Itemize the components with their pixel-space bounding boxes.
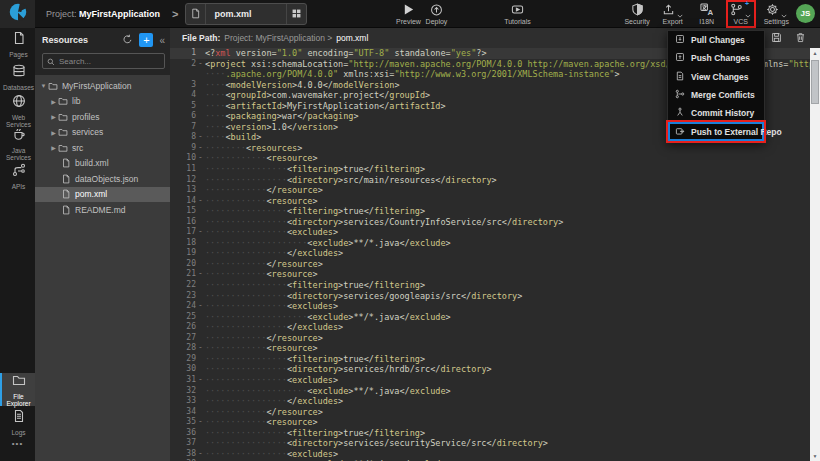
- code-line-20[interactable]: 20············</resource>: [170, 259, 810, 270]
- fold-marker-icon[interactable]: -: [196, 59, 205, 70]
- tree-item-build-xml[interactable]: build.xml: [35, 156, 170, 172]
- code-line-34[interactable]: 34············</resource>: [170, 407, 810, 418]
- code-line-21[interactable]: 21-············<resource>: [170, 269, 810, 280]
- code-line-26[interactable]: 26················</excludes>: [170, 322, 810, 333]
- gear-icon: [766, 3, 779, 16]
- code-line-13[interactable]: 13············</resource>: [170, 185, 810, 196]
- code-line-32[interactable]: 32····················<exclude>**/*.java…: [170, 386, 810, 397]
- code-line-15[interactable]: 15················<filtering>true</filte…: [170, 206, 810, 217]
- fold-marker-icon[interactable]: -: [196, 375, 205, 386]
- vcs-button[interactable]: +VCS: [728, 2, 754, 26]
- tree-item-readme-md[interactable]: README.md: [35, 202, 170, 218]
- menu-item-push-changes[interactable]: Push Changes: [668, 49, 764, 67]
- fold-marker-icon[interactable]: -: [196, 143, 205, 154]
- code-line-24[interactable]: 24-················<excludes>: [170, 301, 810, 312]
- arrow-down-icon[interactable]: ▼: [39, 83, 48, 89]
- chevron-down-icon: [677, 4, 683, 22]
- code-line-10[interactable]: 10-············<resource>: [170, 153, 810, 164]
- scroll-up-arrow[interactable]: ▲: [810, 48, 820, 58]
- tree-item-dataobjects-json[interactable]: dataObjects.json: [35, 171, 170, 187]
- user-avatar[interactable]: JS: [796, 4, 815, 23]
- code-line-9[interactable]: 9-········<resources>: [170, 143, 810, 154]
- vertical-scrollbar[interactable]: ▲ ▼: [810, 48, 820, 461]
- tree-item-profiles[interactable]: ▶profiles: [35, 109, 170, 125]
- fold-marker-icon[interactable]: -: [196, 301, 205, 312]
- code-line-17[interactable]: 17-················<excludes>: [170, 227, 810, 238]
- i18n-button[interactable]: AI18N: [694, 2, 720, 26]
- tab-pom-xml[interactable]: pom.xml: [185, 3, 307, 25]
- code-line-30[interactable]: 30················<directory>services/hr…: [170, 364, 810, 375]
- sidebar-item-java-services[interactable]: Java Services: [0, 127, 35, 160]
- preview-button[interactable]: Preview: [395, 2, 421, 26]
- file-icon: [61, 205, 71, 215]
- code-line-23[interactable]: 23················<directory>services/go…: [170, 291, 810, 302]
- code-line-28[interactable]: 28-············<resource>: [170, 343, 810, 354]
- sidebar-item-web-services[interactable]: Web Services: [0, 94, 35, 127]
- file-icon: [61, 174, 71, 184]
- fold-marker-icon[interactable]: -: [196, 449, 205, 460]
- menu-item-pull-changes[interactable]: Pull Changes: [668, 31, 764, 49]
- delete-button[interactable]: [795, 32, 806, 45]
- menu-item-view-changes[interactable]: View Changes: [668, 68, 764, 86]
- collapse-panel-button[interactable]: «: [159, 35, 165, 46]
- code-line-29[interactable]: 29················<filtering>true</filte…: [170, 354, 810, 365]
- code-line-18[interactable]: 18····················<exclude>**/*.java…: [170, 238, 810, 249]
- menu-item-commit-history[interactable]: Commit History: [668, 104, 764, 122]
- fold-marker-icon[interactable]: -: [196, 343, 205, 354]
- arrow-right-icon[interactable]: ▶: [49, 113, 58, 120]
- sidebar-item-pages[interactable]: Pages: [0, 28, 35, 61]
- arrow-right-icon[interactable]: ▶: [49, 144, 58, 151]
- code-line-11[interactable]: 11················<filtering>true</filte…: [170, 164, 810, 175]
- search-input[interactable]: [59, 57, 160, 66]
- security-button[interactable]: Security: [622, 2, 651, 26]
- tutorials-button[interactable]: Tutorials: [497, 2, 537, 26]
- tree-item-pom-xml[interactable]: pom.xml: [35, 187, 170, 203]
- code-line-33[interactable]: 33················</excludes>: [170, 396, 810, 407]
- scrollbar-thumb[interactable]: [811, 60, 819, 104]
- fold-marker-icon[interactable]: -: [196, 132, 205, 143]
- code-line-31[interactable]: 31-················<excludes>: [170, 375, 810, 386]
- grid-view-icon[interactable]: [286, 4, 306, 24]
- tree-item-services[interactable]: ▶services: [35, 125, 170, 141]
- save-button[interactable]: [771, 32, 782, 45]
- code-line-27[interactable]: 27············</resource>: [170, 333, 810, 344]
- code-line-12[interactable]: 12················<directory>src/main/re…: [170, 175, 810, 186]
- arrow-right-icon[interactable]: ▶: [49, 129, 58, 136]
- sidebar-item-apis[interactable]: APIs: [0, 160, 35, 193]
- code-line-22[interactable]: 22················<filtering>true</filte…: [170, 280, 810, 291]
- line-number: 32: [170, 386, 196, 397]
- sidebar-item-databases[interactable]: Databases: [0, 61, 35, 94]
- sidebar-item-logs[interactable]: Logs: [0, 406, 35, 439]
- settings-button[interactable]: Settings: [762, 2, 791, 26]
- fold-marker-icon[interactable]: -: [196, 269, 205, 280]
- add-resource-button[interactable]: +: [139, 33, 153, 47]
- refresh-button[interactable]: [122, 31, 133, 49]
- menu-item-merge-conflicts[interactable]: Merge Conflicts: [668, 86, 764, 104]
- menu-item-push-to-external-repo[interactable]: Push to External Repo: [668, 122, 764, 140]
- fold-gutter: [196, 280, 205, 291]
- fold-gutter: [196, 238, 205, 249]
- tree-item-myfirstapplication[interactable]: ▼MyFirstApplication: [35, 78, 170, 94]
- home-button[interactable]: [0, 0, 35, 28]
- export-button[interactable]: Export: [660, 2, 686, 26]
- code-line-38[interactable]: 38-················<excludes>: [170, 449, 810, 460]
- fold-marker-icon[interactable]: -: [196, 196, 205, 207]
- tree-item-lib[interactable]: ▶lib: [35, 94, 170, 110]
- fold-marker-icon[interactable]: -: [196, 153, 205, 164]
- scroll-down-arrow[interactable]: ▼: [810, 451, 820, 461]
- code-line-19[interactable]: 19················</excludes>: [170, 248, 810, 259]
- arrow-right-icon[interactable]: ▶: [49, 98, 58, 105]
- code-line-16[interactable]: 16················<directory>services/Co…: [170, 217, 810, 228]
- sidebar-more-button[interactable]: •••: [0, 439, 35, 461]
- code-line-35[interactable]: 35-············<resource>: [170, 417, 810, 428]
- code-line-37[interactable]: 37················<directory>services/se…: [170, 438, 810, 449]
- code-line-36[interactable]: 36················<filtering>true</filte…: [170, 428, 810, 439]
- deploy-button[interactable]: Deploy: [421, 2, 451, 26]
- code-line-14[interactable]: 14-············<resource>: [170, 196, 810, 207]
- fold-marker-icon[interactable]: -: [196, 227, 205, 238]
- tree-item-src[interactable]: ▶src: [35, 140, 170, 156]
- fold-marker-icon[interactable]: -: [196, 417, 205, 428]
- sidebar-item-file-explorer[interactable]: File Explorer: [0, 373, 35, 406]
- code-line-25[interactable]: 25····················<exclude>**/*.java…: [170, 312, 810, 323]
- sidebar-spacer: [0, 193, 35, 373]
